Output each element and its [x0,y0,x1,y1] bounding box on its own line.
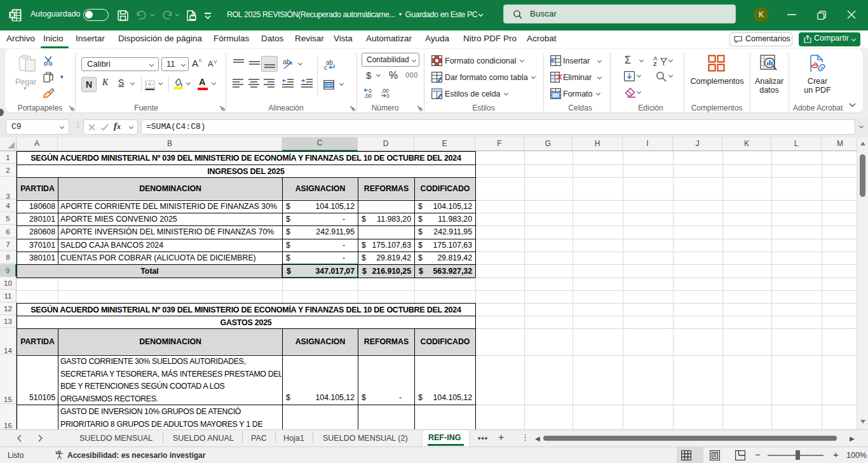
svg-text:0: 0 [386,93,390,98]
svg-text:c: c [324,64,327,70]
svg-text:,00: ,00 [364,93,372,98]
svg-text:Z: Z [653,61,657,66]
